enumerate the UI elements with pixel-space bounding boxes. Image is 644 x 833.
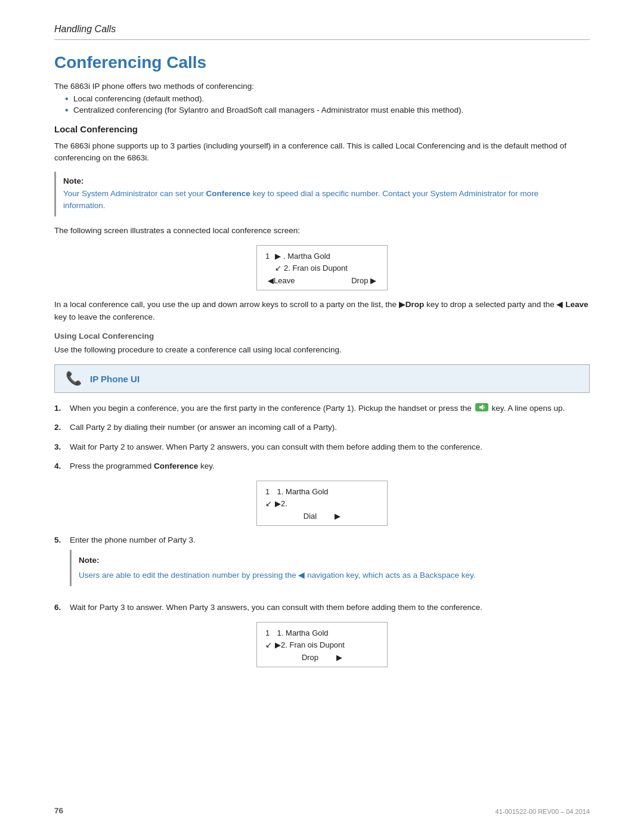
- screen2-icon2: ↙: [265, 498, 273, 510]
- phone-icon: 📞: [66, 371, 82, 386]
- step-1-num: 1.: [54, 402, 65, 414]
- intro-bullet-list: Local conferencing (default method). Cen…: [65, 94, 590, 114]
- screen2-footer: Dial ▶: [265, 512, 379, 521]
- using-local-heading: Using Local Conferencing: [54, 332, 590, 340]
- screen1-footer: ◀Leave Drop ▶: [265, 276, 379, 285]
- ip-phone-label: IP Phone UI: [90, 374, 140, 384]
- screen1-text1: . Martha Gold: [283, 250, 330, 262]
- step-5-num: 5.: [54, 534, 65, 594]
- note-text-1: Your System Administrator can set your C…: [63, 188, 583, 212]
- step-5: 5. Enter the phone number of Party 3. No…: [54, 534, 590, 594]
- conference-screen-3: 1 1. Martha Gold ↙ ▶2. Fran ois Dupont D…: [256, 622, 388, 667]
- screen-intro-text: The following screen illustrates a conne…: [54, 225, 590, 237]
- step-6: 6. Wait for Party 3 to answer. When Part…: [54, 602, 590, 614]
- local-conferencing-body: The 6863i phone supports up to 3 parties…: [54, 140, 590, 165]
- speaker-key-icon: [475, 403, 488, 411]
- svg-marker-0: [479, 404, 483, 410]
- screen1-num1: 1: [265, 250, 273, 262]
- screen1-footer-left: ◀Leave: [268, 276, 295, 285]
- step-4-content: Press the programmed Conference key.: [70, 460, 590, 472]
- step-4-num: 4.: [54, 460, 65, 472]
- conference-screen-2: 1 1. Martha Gold ↙ ▶2. Dial ▶: [256, 481, 388, 526]
- page-header: Handling Calls: [54, 24, 590, 35]
- screen2-arrow: ▶: [335, 512, 340, 521]
- screen3-text1: 1. Martha Gold: [275, 627, 329, 639]
- screen1-footer-right: Drop ▶: [351, 276, 376, 285]
- screen3-arrow: ▶: [336, 653, 342, 662]
- page-title: Conferencing Calls: [54, 53, 590, 72]
- using-local-intro: Use the following procedure to create a …: [54, 344, 590, 356]
- screen3-row1: 1 1. Martha Gold: [265, 627, 379, 639]
- step-3-num: 3.: [54, 441, 65, 453]
- screen3-text2: ▶2. Fran ois Dupont: [275, 639, 345, 651]
- screen3-num1: 1: [265, 627, 273, 639]
- screen2-text1: 1. Martha Gold: [275, 486, 329, 498]
- page-footer: 76 41-001522-00 REV00 – 04.2014: [54, 806, 590, 815]
- screen2-row1: 1 1. Martha Gold: [265, 486, 379, 498]
- page: Handling Calls Conferencing Calls The 68…: [0, 0, 644, 833]
- page-number: 76: [54, 806, 63, 815]
- conference-bold: Conference: [154, 462, 198, 470]
- screen2-num1: 1: [265, 486, 273, 498]
- note-box-2: Note: Users are able to edit the destina…: [70, 550, 590, 586]
- bullet-item-1: Local conferencing (default method).: [65, 94, 590, 103]
- conference-screen-1: 1 ▶ . Martha Gold ↙ 2. Fran ois Dupont ◀…: [256, 245, 388, 290]
- screen3-icon2: ↙: [265, 639, 273, 651]
- note-text-2: Users are able to edit the destination n…: [79, 569, 583, 581]
- ip-phone-banner: 📞 IP Phone UI: [54, 364, 590, 393]
- screen2-text2: ▶2.: [275, 498, 287, 510]
- step-1: 1. When you begin a conference, you are …: [54, 402, 590, 414]
- screen1-row1: 1 ▶ . Martha Gold: [265, 250, 379, 262]
- steps-list: 1. When you begin a conference, you are …: [54, 402, 590, 472]
- drop-leave-text: In a local conference call, you use the …: [54, 299, 590, 323]
- screen2-dial: Dial: [304, 512, 317, 521]
- local-conferencing-heading: Local Conferencing: [54, 124, 590, 134]
- screen3-row2: ↙ ▶2. Fran ois Dupont: [265, 639, 379, 651]
- step-2-num: 2.: [54, 422, 65, 433]
- note-label-2: Note:: [79, 555, 583, 566]
- step-2: 2. Call Party 2 by dialing their number …: [54, 422, 590, 433]
- screen1-icon2: ↙: [275, 262, 281, 274]
- step-3-content: Wait for Party 2 to answer. When Party 2…: [70, 441, 590, 453]
- bullet-item-2: Centralized conferencing (for Sylantro a…: [65, 106, 590, 114]
- screen1-text2: 2. Fran ois Dupont: [284, 262, 348, 274]
- step-2-content: Call Party 2 by dialing their number (or…: [70, 422, 590, 433]
- note-label-1: Note:: [63, 176, 583, 185]
- doc-reference: 41-001522-00 REV00 – 04.2014: [496, 808, 590, 815]
- step-6-content: Wait for Party 3 to answer. When Party 3…: [70, 602, 590, 614]
- drop-bold: Drop: [405, 300, 425, 309]
- screen1-row2: ↙ 2. Fran ois Dupont: [265, 262, 379, 274]
- step-3: 3. Wait for Party 2 to answer. When Part…: [54, 441, 590, 453]
- note-prefix: Your System Administrator can set your: [63, 189, 206, 198]
- screen1-num2: [265, 262, 273, 274]
- note-box-1: Note: Your System Administrator can set …: [54, 172, 590, 217]
- step-4: 4. Press the programmed Conference key.: [54, 460, 590, 472]
- screen3-footer: Drop ▶: [265, 653, 379, 662]
- screen1-icon1: ▶: [275, 250, 281, 262]
- screen2-row2: ↙ ▶2.: [265, 498, 379, 510]
- screen3-drop: Drop: [302, 653, 318, 662]
- speaker-svg: [478, 404, 485, 411]
- step-6-num: 6.: [54, 602, 65, 614]
- leave-bold: Leave: [565, 300, 588, 309]
- step-5-content: Enter the phone number of Party 3. Note:…: [70, 534, 590, 594]
- intro-line: The 6863i IP phone offers two methods of…: [54, 82, 590, 91]
- header-divider: [54, 39, 590, 40]
- step-1-content: When you begin a conference, you are the…: [70, 402, 590, 414]
- note-bold: Conference: [206, 189, 250, 198]
